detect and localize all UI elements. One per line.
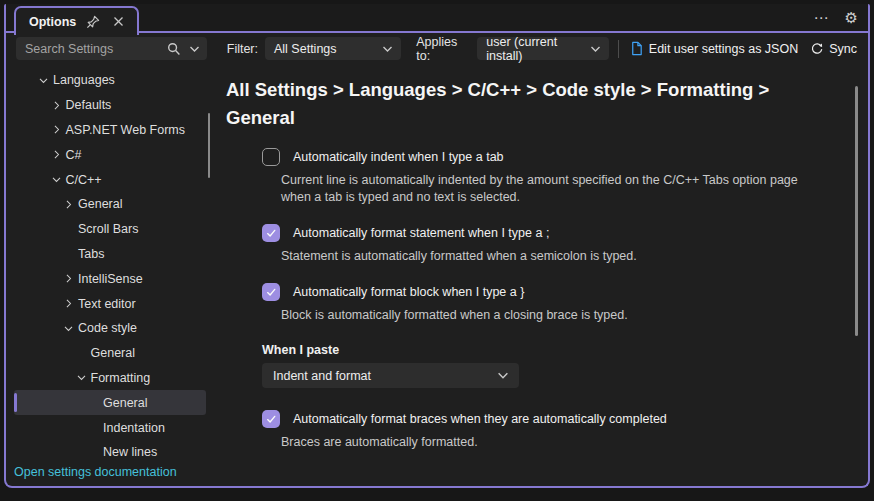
chevron-right-icon[interactable] xyxy=(51,98,62,112)
chevron-right-icon[interactable] xyxy=(63,272,74,286)
search-input[interactable]: Search Settings xyxy=(16,37,207,60)
chevron-down-icon[interactable] xyxy=(63,321,74,335)
tree-item-new-lines[interactable]: New lines xyxy=(6,440,206,465)
tree-item-code-style[interactable]: Code style xyxy=(6,316,206,341)
tree-item-indentation[interactable]: Indentation xyxy=(6,415,206,440)
json-file-icon xyxy=(629,41,644,56)
tree-item-tabs[interactable]: Tabs xyxy=(6,242,206,267)
chevron-down-icon xyxy=(590,44,601,54)
edit-json-label: Edit user settings as JSON xyxy=(649,42,798,56)
when-i-paste-value: Indent and format xyxy=(273,369,371,383)
checkbox-checked-icon[interactable] xyxy=(262,224,280,242)
toolbar: Search Settings Filter: All Settings App… xyxy=(6,33,868,64)
breadcrumb: All Settings > Languages > C/C++ > Code … xyxy=(226,76,816,132)
tree-item-formatting-general[interactable]: General xyxy=(14,390,206,415)
tree-item-defaults[interactable]: Defaults xyxy=(6,93,206,118)
search-options-chevron-icon[interactable] xyxy=(189,44,200,54)
content-scrollbar[interactable] xyxy=(855,86,858,336)
setting-description: Current line is automatically indented b… xyxy=(281,172,826,206)
gear-icon[interactable]: ⚙ xyxy=(845,9,858,27)
chevron-right-icon[interactable] xyxy=(63,297,74,311)
chevron-down-icon xyxy=(382,44,393,54)
open-settings-documentation-link[interactable]: Open settings documentation xyxy=(14,465,177,479)
applies-to-value: user (current install) xyxy=(486,35,590,63)
setting-auto-format-statement[interactable]: Automatically format statement when I ty… xyxy=(262,224,868,242)
tree-item-text-editor[interactable]: Text editor xyxy=(6,291,206,316)
tree-item-aspnet-web-forms[interactable]: ASP.NET Web Forms xyxy=(6,118,206,143)
edit-json-button[interactable]: Edit user settings as JSON xyxy=(626,39,801,58)
tree-item-intellisense[interactable]: IntelliSense xyxy=(6,266,206,291)
tree-item-cpp[interactable]: C/C++ xyxy=(6,167,206,192)
options-dialog: Options ⋯ ⚙ Search Settings xyxy=(4,4,870,488)
filter-label: Filter: xyxy=(227,42,258,56)
tab-title: Options xyxy=(29,15,76,29)
when-i-paste-label: When I paste xyxy=(262,343,868,357)
setting-auto-format-block[interactable]: Automatically format block when I type a… xyxy=(262,283,868,301)
more-options-icon[interactable]: ⋯ xyxy=(814,9,830,27)
chevron-right-icon[interactable] xyxy=(63,197,74,211)
toolbar-divider xyxy=(618,40,619,58)
tree-item-languages[interactable]: Languages xyxy=(6,68,206,93)
settings-tree: Languages Defaults ASP.NET Web Forms C# … xyxy=(6,64,212,486)
setting-description: Braces are automatically formatted. xyxy=(281,434,826,451)
setting-auto-format-braces[interactable]: Automatically format braces when they ar… xyxy=(262,410,868,428)
setting-description: Block is automatically formatted when a … xyxy=(281,307,826,324)
sync-button[interactable]: Sync xyxy=(807,40,860,58)
close-icon[interactable] xyxy=(110,14,126,30)
tree-item-scroll-bars[interactable]: Scroll Bars xyxy=(6,217,206,242)
checkbox-checked-icon[interactable] xyxy=(262,283,280,301)
checkbox-checked-icon[interactable] xyxy=(262,410,280,428)
search-icon[interactable] xyxy=(167,42,181,56)
settings-page: All Settings > Languages > C/C++ > Code … xyxy=(212,64,868,486)
filter-select[interactable]: All Settings xyxy=(265,37,401,60)
sync-icon xyxy=(810,42,824,56)
checkbox-unchecked-icon[interactable] xyxy=(262,148,280,166)
tree-scrollbar[interactable] xyxy=(208,113,211,178)
applies-to-label: Applies to: xyxy=(416,35,470,63)
setting-auto-indent-tab[interactable]: Automatically indent when I type a tab xyxy=(262,148,868,166)
chevron-down-icon xyxy=(497,370,509,381)
chevron-down-icon[interactable] xyxy=(51,173,62,187)
sync-label: Sync xyxy=(829,42,857,56)
applies-to-select[interactable]: user (current install) xyxy=(477,37,609,60)
chevron-right-icon[interactable] xyxy=(51,123,62,137)
search-placeholder: Search Settings xyxy=(25,42,167,56)
chevron-down-icon[interactable] xyxy=(38,73,49,87)
tree-item-formatting[interactable]: Formatting xyxy=(6,366,206,391)
when-i-paste-select[interactable]: Indent and format xyxy=(262,363,519,388)
setting-description: Statement is automatically formatted whe… xyxy=(281,248,826,265)
tab-options[interactable]: Options xyxy=(14,6,139,35)
chevron-down-icon[interactable] xyxy=(76,371,87,385)
tab-strip: Options ⋯ ⚙ xyxy=(6,4,868,33)
tree-item-csharp[interactable]: C# xyxy=(6,142,206,167)
tree-item-cpp-general[interactable]: General xyxy=(6,192,206,217)
tree-item-code-style-general[interactable]: General xyxy=(6,341,206,366)
chevron-right-icon[interactable] xyxy=(51,148,62,162)
filter-value: All Settings xyxy=(274,42,337,56)
pin-icon[interactable] xyxy=(85,14,101,30)
